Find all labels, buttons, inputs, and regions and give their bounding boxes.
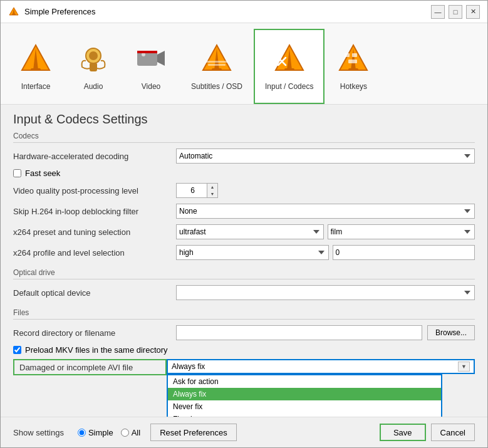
hotkeys-icon <box>336 42 371 77</box>
nav-label-hotkeys: Hotkeys <box>340 82 367 91</box>
avi-select-display[interactable]: Always fix ▼ <box>167 359 475 374</box>
avi-file-row: Damaged or incomplete AVI file Always fi… <box>13 359 475 375</box>
codecs-section: Codecs Hardware-accelerated decoding Aut… <box>13 132 475 261</box>
skip-h264-control: None <box>176 204 475 219</box>
minimize-button[interactable]: — <box>431 5 445 19</box>
x264-preset-control: ultrafast film <box>176 224 475 239</box>
nav-item-subtitles[interactable]: Subtitles / OSD <box>180 29 254 104</box>
optical-device-row: Default optical device <box>13 284 475 301</box>
nav-label-video: Video <box>142 82 160 91</box>
record-dir-control: Browse... <box>176 325 475 340</box>
x264-profile-dual: high <box>176 245 475 260</box>
reset-preferences-button[interactable]: Reset Preferences <box>150 424 237 441</box>
x264-preset-select[interactable]: ultrafast <box>176 224 324 239</box>
codecs-header: Codecs <box>13 132 475 143</box>
x264-profile-control: high <box>176 245 475 260</box>
svg-rect-28 <box>348 60 357 63</box>
avi-dropdown-popup: Ask for action Always fix Never fix Fix … <box>167 374 442 417</box>
content-area: Input & Codecs Settings Codecs Hardware-… <box>1 105 487 417</box>
hw-decoding-control: Automatic <box>176 148 475 164</box>
hw-decoding-select[interactable]: Automatic <box>176 148 475 164</box>
avi-option-fix-when-necessary[interactable]: Fix when necessary <box>168 413 441 417</box>
vq-row: Video quality post-processing level ▲ ▼ <box>13 182 475 199</box>
svg-point-7 <box>89 51 98 60</box>
save-button[interactable]: Save <box>380 424 426 441</box>
svg-rect-20 <box>284 68 294 71</box>
radio-group: Simple All <box>78 428 140 437</box>
avi-label: Damaged or incomplete AVI file <box>13 359 167 375</box>
svg-rect-5 <box>31 68 41 71</box>
preload-mkv-row: Preload MKV files in the same directory <box>13 345 475 355</box>
cancel-button[interactable]: Cancel <box>431 424 475 441</box>
window-controls: — □ ✕ <box>431 5 480 19</box>
x264-profile-label: x264 profile and level selection <box>13 248 176 258</box>
x264-profile-row: x264 profile and level selection high <box>13 244 475 261</box>
close-button[interactable]: ✕ <box>466 5 480 19</box>
browse-button[interactable]: Browse... <box>427 325 475 340</box>
vq-increment-button[interactable]: ▲ <box>207 184 217 190</box>
nav-item-audio[interactable]: Audio <box>65 29 122 104</box>
x264-profile-select[interactable]: high <box>176 245 329 260</box>
nav-bar: Interface Audio Video <box>1 23 487 105</box>
svg-rect-16 <box>205 61 228 63</box>
vq-input[interactable] <box>176 183 207 198</box>
maximize-button[interactable]: □ <box>449 5 462 19</box>
main-window: Simple Preferences — □ ✕ Interface <box>0 0 488 448</box>
all-radio[interactable] <box>121 429 129 437</box>
svg-rect-26 <box>345 53 350 57</box>
show-settings-label: Show settings <box>13 428 64 437</box>
optical-section: Optical drive Default optical device <box>13 268 475 301</box>
x264-preset-label: x264 preset and tuning selection <box>13 227 176 237</box>
interface-icon <box>18 42 53 77</box>
avi-option-always-fix[interactable]: Always fix <box>168 388 441 400</box>
subtitles-icon <box>199 42 234 77</box>
page-title: Input & Codecs Settings <box>1 105 487 132</box>
x264-tuning-select[interactable]: film <box>328 224 475 239</box>
record-dir-row: Record directory or filename Browse... <box>13 325 475 341</box>
svg-rect-2 <box>12 14 16 15</box>
files-header: Files <box>13 308 475 320</box>
window-title: Simple Preferences <box>24 7 431 16</box>
audio-icon <box>76 42 111 77</box>
svg-rect-27 <box>352 53 357 57</box>
preload-mkv-label: Preload MKV files in the same directory <box>25 345 168 355</box>
nav-item-interface[interactable]: Interface <box>7 29 65 104</box>
skip-h264-label: Skip H.264 in-loop deblocking filter <box>13 207 176 216</box>
hw-decoding-label: Hardware-accelerated decoding <box>13 152 176 161</box>
vq-decrement-button[interactable]: ▼ <box>207 190 217 197</box>
nav-label-input-codecs: Input / Codecs <box>265 82 313 91</box>
vq-spinner: ▲ ▼ <box>176 183 475 198</box>
avi-option-never-fix[interactable]: Never fix <box>168 400 441 413</box>
all-radio-label[interactable]: All <box>121 428 140 437</box>
record-dir-input[interactable] <box>176 325 422 340</box>
record-dir-label: Record directory or filename <box>13 328 176 338</box>
avi-option-ask[interactable]: Ask for action <box>168 375 441 388</box>
x264-level-input[interactable] <box>333 245 475 260</box>
nav-item-hotkeys[interactable]: Hotkeys <box>324 29 382 104</box>
footer-right: Save Cancel <box>380 424 475 441</box>
fast-seek-checkbox[interactable] <box>13 169 21 177</box>
title-bar: Simple Preferences — □ ✕ <box>1 1 487 23</box>
nav-item-video[interactable]: Video <box>122 29 180 104</box>
fast-seek-label: Fast seek <box>25 169 60 178</box>
video-icon <box>133 42 169 77</box>
simple-radio[interactable] <box>78 429 86 437</box>
all-label: All <box>132 428 140 437</box>
vlc-icon <box>8 6 19 18</box>
files-section: Files Record directory or filename Brows… <box>13 308 475 375</box>
vq-spin-buttons: ▲ ▼ <box>207 183 218 198</box>
nav-label-audio: Audio <box>84 82 103 91</box>
svg-rect-25 <box>348 68 358 71</box>
nav-item-input-codecs[interactable]: Input / Codecs <box>254 29 324 104</box>
simple-label: Simple <box>88 428 113 437</box>
optical-device-label: Default optical device <box>13 288 176 298</box>
hw-decoding-row: Hardware-accelerated decoding Automatic <box>13 148 475 164</box>
x264-preset-row: x264 preset and tuning selection ultrafa… <box>13 224 475 240</box>
skip-h264-select[interactable]: None <box>176 204 475 219</box>
simple-radio-label[interactable]: Simple <box>78 428 113 437</box>
avi-dropdown-list: Ask for action Always fix Never fix Fix … <box>168 375 441 417</box>
optical-device-select[interactable] <box>176 285 475 300</box>
vq-control: ▲ ▼ <box>176 183 475 198</box>
browse-row: Browse... <box>176 325 475 340</box>
preload-mkv-checkbox[interactable] <box>13 346 21 354</box>
